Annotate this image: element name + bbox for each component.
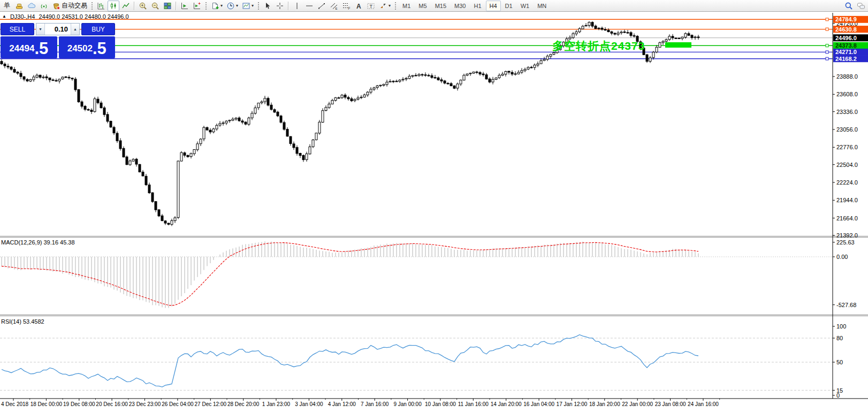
svg-text:4 Dec 2018: 4 Dec 2018 [1,401,29,407]
highlight-box[interactable] [665,42,691,48]
time-axis[interactable]: 4 Dec 201818 Dec 00:0019 Dec 08:0020 Dec… [0,399,868,407]
text-label-button[interactable]: T [365,1,377,11]
svg-text:24271.0: 24271.0 [835,49,857,55]
svg-text:22224.0: 22224.0 [836,179,858,186]
tile-windows-button[interactable] [162,1,173,11]
tf-button-mn[interactable]: MN [534,1,550,11]
zoom-out-icon [151,2,159,10]
sell-price-large: .5 [34,40,48,57]
svg-text:50: 50 [836,359,843,365]
tile-windows-icon [163,2,172,10]
buy-price-button[interactable]: 24502 .5 [59,36,116,58]
one-click-trading-panel: SELL ▼ ▲ BUY 24494 .5 24502 .5 [1,23,115,58]
text-button[interactable]: A [353,1,364,11]
svg-text:3 Jan 04:00: 3 Jan 04:00 [295,401,323,407]
new-order-label: 单 [4,1,10,10]
zoom-out-button[interactable] [149,1,161,11]
tf-button-w1[interactable]: W1 [517,1,534,11]
chart-canvas[interactable]: 24720.023888.023608.023336.023056.022776… [0,12,868,413]
template-button[interactable]: ▾ [240,1,255,11]
indicator-add-button[interactable] [191,1,203,11]
candlestick-chart-button[interactable] [108,1,119,11]
ohlc-values-label: 24490.0 24531.0 24480.0 24496.0 [39,13,128,20]
new-order-button[interactable]: 单 [1,1,13,11]
svg-text:24496.0: 24496.0 [835,35,857,41]
svg-text:0.00: 0.00 [836,254,848,260]
price-axis[interactable]: 24720.023888.023608.023336.023056.022776… [833,13,858,399]
period-clock-button[interactable]: ▾ [225,1,240,11]
svg-text:24630.8: 24630.8 [835,26,857,33]
toolbar-grip [394,2,397,10]
tf-button-m1[interactable]: M1 [399,1,414,11]
fibonacci-button[interactable]: F [340,1,352,11]
chart-area: 24720.023888.023608.023336.023056.022776… [0,12,868,413]
svg-text:21664.0: 21664.0 [836,215,858,221]
volume-increase-button[interactable]: ▲ [71,24,79,35]
toolbar-grip [205,2,207,10]
indicator-window-button[interactable] [179,1,191,11]
svg-text:24784.9: 24784.9 [835,16,857,22]
signal-button[interactable] [38,1,50,11]
tf-button-d1[interactable]: D1 [501,1,516,11]
horizontal-line-icon [305,2,314,10]
zoom-in-button[interactable] [137,1,149,11]
svg-text:21392.0: 21392.0 [836,232,858,239]
svg-text:80: 80 [836,335,843,341]
chat-button[interactable] [855,1,867,11]
chevron-down-icon: ▾ [220,4,223,8]
gold-button[interactable] [13,1,25,11]
price-line-objects[interactable] [0,19,833,58]
cloud-button[interactable] [26,1,37,11]
search-button[interactable] [843,1,855,11]
svg-text:19 Dec 08:00: 19 Dec 08:00 [63,401,95,407]
volume-input[interactable] [45,24,71,35]
main-toolbar: 单 自动交易 ▾ ▾ ▾ E F A T ▾ M1 [0,0,868,12]
svg-text:22504.0: 22504.0 [836,162,858,168]
cursor-button[interactable] [262,1,273,11]
toolbar-separator [134,2,135,10]
svg-text:18 Dec 00:00: 18 Dec 00:00 [31,401,63,407]
candlestick-chart-icon [109,2,118,10]
new-chart-button[interactable]: ▾ [209,1,224,11]
crosshair-button[interactable] [274,1,286,11]
svg-text:27 Dec 12:00: 27 Dec 12:00 [195,401,227,407]
trendline-button[interactable] [316,1,328,11]
rsi-pane [0,335,833,391]
svg-text:24373.8: 24373.8 [835,42,857,49]
bar-chart-icon [97,2,105,10]
chevron-down-icon: ▾ [236,4,238,8]
bar-chart-button[interactable] [95,1,107,11]
volume-decrease-button[interactable]: ▼ [36,24,45,35]
autotrading-button[interactable]: 自动交易 [50,1,89,11]
trendline-icon [317,2,326,10]
vertical-line-button[interactable] [291,1,303,11]
gold-bars-icon [15,2,24,10]
tf-button-m5[interactable]: M5 [415,1,430,11]
arrow-shapes-button[interactable]: ▾ [377,1,392,11]
annotation-text[interactable]: 多空转折点24373 [552,39,645,53]
tf-button-m30[interactable]: M30 [451,1,469,11]
cloud-icon [27,2,36,10]
svg-text:17 Jan 12:00: 17 Jan 12:00 [557,401,588,407]
sell-button[interactable]: SELL [1,23,34,35]
tf-button-m15[interactable]: M15 [431,1,450,11]
svg-text:23 Jan 08:00: 23 Jan 08:00 [655,401,686,407]
arrow-shapes-icon [379,2,387,10]
line-chart-button[interactable] [120,1,132,11]
equidistant-channel-button[interactable]: E [328,1,340,11]
tf-button-h1[interactable]: H1 [470,1,485,11]
buy-button[interactable]: BUY [81,23,115,35]
buy-price-small: 24502 [67,43,93,54]
tf-button-h4[interactable]: H4 [486,1,501,11]
symbol-marker-icon: ▲ [2,14,6,19]
horizontal-line-button[interactable] [303,1,315,11]
sell-price-button[interactable]: 24494 .5 [1,36,57,58]
text-icon: A [354,2,363,10]
svg-text:23336.0: 23336.0 [836,109,858,115]
chart-title: ▲ DJ30-,H4 24490.0 24531.0 24480.0 24496… [2,13,129,20]
triangle-down-icon: ▼ [39,27,42,31]
svg-text:24168.2: 24168.2 [835,56,857,62]
svg-text:14 Jan 20:00: 14 Jan 20:00 [491,401,522,407]
svg-text:-527.68: -527.68 [836,302,856,308]
clock-icon [226,2,235,10]
